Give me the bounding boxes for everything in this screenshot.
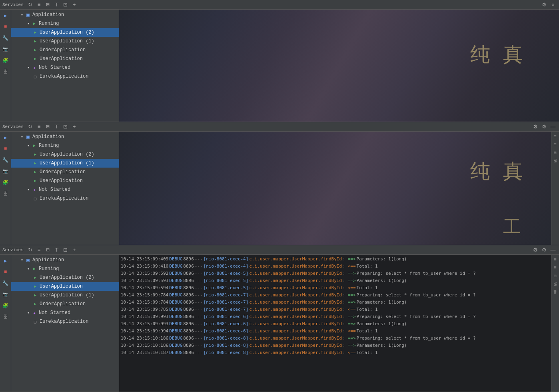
- split-btn-3[interactable]: ⊟: [44, 246, 52, 254]
- align-btn-2[interactable]: ≡: [36, 123, 43, 130]
- split-btn-2[interactable]: ⊟: [44, 123, 52, 130]
- tree-item-ua-selected-3[interactable]: ▶ UserApplication: [11, 282, 119, 291]
- filter-btn[interactable]: ⊤: [53, 1, 60, 8]
- camera-side-btn-3[interactable]: 📷: [1, 290, 10, 299]
- play-side-btn-1[interactable]: ▶: [1, 11, 10, 20]
- tree-item-userapplication-1[interactable]: ▶ UserApplication: [11, 54, 119, 63]
- play-side-btn-3[interactable]: ▶: [1, 256, 10, 265]
- db-side-btn-1[interactable]: 🗄: [1, 67, 10, 76]
- plus-btn-2[interactable]: +: [71, 123, 78, 130]
- tree-item-application-3[interactable]: ▾ ▣ Application: [11, 256, 119, 264]
- stop-side-btn-3[interactable]: ■: [1, 268, 10, 276]
- wrench-side-btn-2[interactable]: 🔧: [1, 156, 10, 164]
- right-icon-1[interactable]: ≡: [552, 133, 559, 140]
- right-icon-3-2[interactable]: ≡: [552, 264, 559, 271]
- filter-btn-2[interactable]: ⊤: [53, 123, 60, 130]
- tree-item-running-1[interactable]: ▾ ▶ Running: [11, 19, 119, 28]
- gear-btn-2[interactable]: ⚙: [541, 123, 548, 130]
- minimize-btn-3[interactable]: —: [549, 246, 557, 254]
- log-arrow: ==>: [348, 256, 356, 263]
- tree-item-notstarted-1[interactable]: ▾ ✦ Not Started: [11, 63, 119, 72]
- stop-side-btn-2[interactable]: ■: [1, 144, 10, 153]
- tree-item-running-2[interactable]: ▾ ▶ Running: [11, 141, 119, 150]
- tree-item-ua-2[interactable]: ▶ UserApplication: [11, 176, 119, 185]
- tree-item-ua2-3[interactable]: ▶ UserApplication (2): [11, 273, 119, 282]
- log-sep: ---: [195, 292, 203, 299]
- log-sep: ---: [195, 349, 203, 356]
- run-icon-ua1-1: ▶: [32, 39, 38, 44]
- tree-item-ua1-3[interactable]: ▶ UserApplication (1): [11, 291, 119, 300]
- log-thread: [nio-8081-exec-8]: [204, 335, 249, 342]
- tree-item-order-3[interactable]: ▶ OrderApplication: [11, 300, 119, 308]
- log-area-3[interactable]: 10-14 23:15:09:409 DEBUG 8896 --- [nio-8…: [119, 255, 551, 392]
- log-time: 10-14 23:15:09:409: [121, 256, 168, 263]
- tree-item-notstarted-2[interactable]: ▾ ✦ Not Started: [11, 185, 119, 194]
- tree-item-eureka-1[interactable]: ▢ EurekaApplication: [11, 72, 119, 81]
- log-time: 10-14 23:15:09:993: [121, 313, 168, 320]
- log-thread: [nio-8081-exec-5]: [204, 284, 249, 292]
- right-icon-3[interactable]: ⊞: [552, 149, 559, 156]
- tree-item-ua1-2[interactable]: ▶ UserApplication (1): [11, 159, 119, 168]
- log-line: 10-14 23:15:09:994 DEBUG 8896 --- [nio-8…: [121, 328, 549, 335]
- tree-item-running-3[interactable]: ▾ ▶ Running: [11, 264, 119, 273]
- settings-btn-3[interactable]: ⚙: [532, 246, 539, 254]
- plus-btn-3[interactable]: +: [71, 246, 78, 254]
- tree-item-userapplication1-1[interactable]: ▶ UserApplication (1): [11, 37, 119, 46]
- camera-side-btn-2[interactable]: 📷: [1, 167, 10, 176]
- settings-btn-2[interactable]: ⚙: [532, 123, 539, 130]
- log-text: Total: 1: [357, 284, 378, 292]
- settings-btn-1[interactable]: ⚙: [541, 1, 548, 8]
- camera-side-btn-1[interactable]: 📷: [1, 45, 10, 54]
- split-btn[interactable]: ⊟: [44, 1, 52, 8]
- tree-item-ua2-2[interactable]: ▶ UserApplication (2): [11, 150, 119, 159]
- wrench-side-btn-1[interactable]: 🔧: [1, 34, 10, 42]
- align-btn[interactable]: ≡: [36, 1, 43, 8]
- align-btn-3[interactable]: ≡: [36, 246, 43, 254]
- refresh-btn-3[interactable]: ↻: [27, 246, 34, 254]
- log-colon: :: [343, 349, 345, 356]
- tree-item-orderapplication-1[interactable]: ▶ OrderApplication: [11, 46, 119, 54]
- run-icon-3: ▶: [31, 266, 38, 271]
- log-arrow: ==>: [348, 292, 356, 299]
- expand-btn[interactable]: ⊡: [62, 1, 69, 8]
- filter-btn-3[interactable]: ⊤: [53, 246, 60, 254]
- log-sep: ---: [195, 328, 203, 335]
- play-side-btn-2[interactable]: ▶: [1, 133, 10, 142]
- expand-btn-3[interactable]: ⊡: [62, 246, 69, 254]
- gear-btn-3[interactable]: ⚙: [541, 246, 548, 254]
- tree-item-order-2[interactable]: ▶ OrderApplication: [11, 168, 119, 176]
- refresh-btn[interactable]: ↻: [27, 1, 34, 8]
- close-btn-2[interactable]: —: [549, 123, 557, 130]
- right-icon-3-1[interactable]: ≡: [552, 256, 559, 263]
- userapplication2-label-1: UserApplication (2): [40, 30, 94, 35]
- puzzle-side-btn-1[interactable]: 🧩: [1, 56, 10, 65]
- wrench-side-btn-3[interactable]: 🔧: [1, 279, 10, 288]
- plus-btn[interactable]: +: [71, 1, 78, 8]
- right-icon-3-3[interactable]: ⊞: [552, 272, 559, 279]
- stop-side-btn-1[interactable]: ■: [1, 22, 10, 31]
- log-class: c.i.user.mapper.UserMapper.findById: [249, 263, 342, 270]
- puzzle-side-btn-2[interactable]: 🧩: [1, 178, 10, 187]
- puzzle-side-btn-3[interactable]: 🧩: [1, 301, 10, 310]
- close-btn-1[interactable]: ×: [549, 1, 557, 8]
- log-time: 10-14 23:15:09:784: [121, 292, 168, 299]
- right-icon-2[interactable]: ≡: [552, 141, 559, 148]
- tree-item-application-1[interactable]: ▾ ▣ Application: [11, 10, 119, 19]
- log-sep: ---: [195, 313, 203, 320]
- tree-item-eureka-3[interactable]: ▢ EurekaApplication: [11, 317, 119, 326]
- db-side-btn-3[interactable]: 🗄: [1, 312, 10, 321]
- tree-item-userapplication2-1[interactable]: ▶ UserApplication (2): [11, 28, 119, 37]
- run-icon-ua2-3: ▶: [32, 275, 38, 280]
- tree-item-application-2[interactable]: ▾ ▣ Application: [11, 132, 119, 141]
- log-class: c.i.user.mapper.UserMapper.findById: [249, 299, 342, 306]
- db-side-btn-2[interactable]: 🗄: [1, 189, 10, 198]
- right-icon-3-4[interactable]: 🖨: [552, 280, 559, 287]
- right-icon-4[interactable]: 🖨: [552, 157, 559, 164]
- right-icon-3-5[interactable]: 🗑: [552, 288, 559, 295]
- log-arrow: ==>: [348, 320, 356, 328]
- tree-item-eureka-2[interactable]: ▢ EurekaApplication: [11, 194, 119, 203]
- expand-btn-2[interactable]: ⊡: [62, 123, 69, 130]
- tree-item-notstarted-3[interactable]: ▾ ✦ Not Started: [11, 308, 119, 317]
- refresh-btn-2[interactable]: ↻: [27, 123, 34, 130]
- log-arrow: <==: [348, 328, 356, 335]
